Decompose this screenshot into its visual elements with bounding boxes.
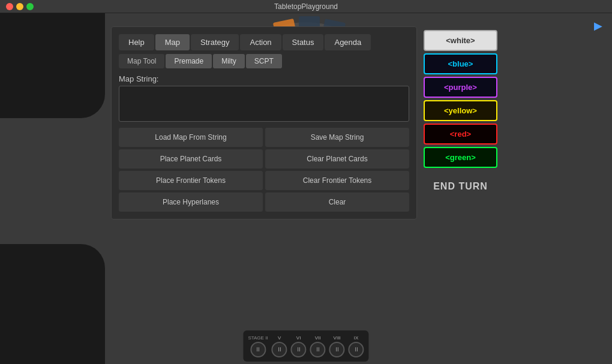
clear-button[interactable]: Clear [265,192,409,212]
titlebar: TabletopPlayground [0,0,612,13]
stage-v-button[interactable]: ⏸ [272,342,287,357]
player-blue-button[interactable]: <blue> [424,53,497,74]
main-panel: Help Map Strategy Action Status Agenda M… [111,26,417,219]
tab-strategy[interactable]: Strategy [191,34,239,50]
stage-label: STAGE II [248,335,268,341]
place-hyperlanes-button[interactable]: Place Hyperlanes [119,192,263,212]
maximize-button[interactable] [26,3,34,10]
stage-viii-button[interactable]: ⏸ [329,342,345,357]
stage-label-col: STAGE II ⏸ [248,335,268,357]
player-color-panel: <white> <blue> <purple> <yellow> <red> <… [420,26,501,204]
stage-vii-button[interactable]: ⏸ [310,342,326,357]
stage-col-v: V ⏸ [272,335,287,357]
stage-col-ix-label: IX [354,335,359,341]
stage-vi-button[interactable]: ⏸ [291,342,307,357]
end-turn-button[interactable]: END TURN [424,173,497,200]
subtab-row: Map Tool Premade Milty SCPT [119,54,409,68]
map-string-label: Map String: [119,74,409,83]
tab-status[interactable]: Status [283,34,324,50]
subtab-milty[interactable]: Milty [213,54,245,68]
window-title: TabletopPlayground [274,2,338,11]
save-map-button[interactable]: Save Map String [265,128,409,147]
place-frontier-button[interactable]: Place Frontier Tokens [119,171,263,190]
stage-col-vii: VII ⏸ [310,335,326,357]
corner-tl [0,13,105,118]
stage-col-vi-label: VI [296,335,301,341]
stage-col-ix: IX ⏸ [349,335,364,357]
stage-col-vi: VI ⏸ [291,335,307,357]
clear-frontier-button[interactable]: Clear Frontier Tokens [265,171,409,190]
arrow-icon[interactable]: ▶ [594,19,602,32]
main-tab-row: Help Map Strategy Action Status Agenda [119,34,409,50]
stage-pause-icon[interactable]: ⏸ [250,342,266,357]
subtab-premade[interactable]: Premade [166,54,212,68]
action-buttons: Load Map From String Save Map String Pla… [119,128,409,212]
minimize-button[interactable] [16,3,23,10]
game-board: ↩ ☰ ▶ Help Map Strategy Action Status Ag… [0,13,612,364]
stage-col-v-label: V [278,335,281,341]
tab-action[interactable]: Action [240,34,281,50]
player-purple-button[interactable]: <purple> [424,77,497,98]
corner-bl [0,244,105,364]
player-white-button[interactable]: <white> [424,30,497,51]
player-green-button[interactable]: <green> [424,147,497,168]
stage-col-viii-label: VIII [334,335,341,341]
map-string-input[interactable] [119,86,409,122]
player-yellow-button[interactable]: <yellow> [424,100,497,121]
traffic-lights [6,3,34,10]
load-map-button[interactable]: Load Map From String [119,128,263,147]
stage-ix-button[interactable]: ⏸ [349,342,364,357]
stage-col-vii-label: VII [315,335,321,341]
tab-map[interactable]: Map [155,34,190,50]
close-button[interactable] [6,3,13,10]
player-red-button[interactable]: <red> [424,124,497,145]
tab-agenda[interactable]: Agenda [325,34,371,50]
stage-col-viii: VIII ⏸ [329,335,345,357]
bottom-stage-bar: STAGE II ⏸ V ⏸ VI ⏸ VII ⏸ VIII ⏸ IX ⏸ [243,330,368,362]
subtab-maptool[interactable]: Map Tool [119,54,164,68]
subtab-scpt[interactable]: SCPT [246,54,282,68]
clear-planet-button[interactable]: Clear Planet Cards [265,149,409,169]
tab-help[interactable]: Help [119,34,154,50]
place-planet-button[interactable]: Place Planet Cards [119,149,263,169]
